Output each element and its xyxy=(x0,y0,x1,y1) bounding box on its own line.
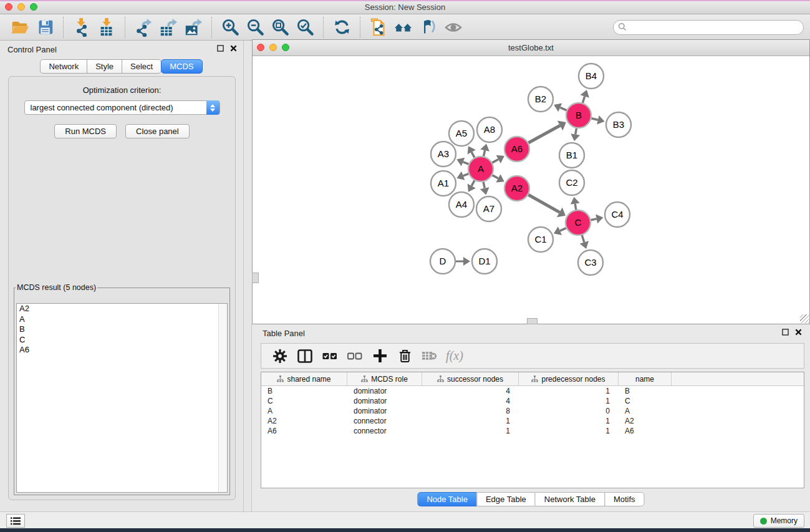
graph-edge[interactable] xyxy=(560,228,566,231)
graph-node-label: A6 xyxy=(511,143,523,154)
graph-edge-arrowhead xyxy=(595,215,603,224)
graph-edge[interactable] xyxy=(471,152,475,158)
table-body: Bdominator41BCdominator41CAdominator80AA… xyxy=(261,386,804,436)
graph-edge[interactable] xyxy=(492,159,498,162)
graph-edge-arrowhead xyxy=(480,187,489,195)
save-session-icon[interactable] xyxy=(34,17,55,38)
delete-column-trash-icon[interactable] xyxy=(392,347,417,365)
table-row[interactable]: Cdominator41C xyxy=(261,396,804,406)
graph-edge[interactable] xyxy=(528,125,560,143)
new-network-from-selection-icon[interactable] xyxy=(368,17,389,38)
table-row[interactable]: Adominator80A xyxy=(261,406,804,416)
table-cell: dominator xyxy=(347,397,422,405)
zoom-out-icon[interactable] xyxy=(244,17,266,38)
column-header-predecessor-nodes[interactable]: predecessor nodes xyxy=(519,372,619,385)
close-panel-icon[interactable] xyxy=(230,45,237,52)
network-canvas[interactable]: B4B2BB3A5A8A6A3B1AA1C2A2A4A7C4CC1C3DD1 xyxy=(253,56,809,324)
graph-edge[interactable] xyxy=(560,107,566,110)
first-neighbors-icon[interactable] xyxy=(393,17,414,38)
close-panel-button[interactable]: Close panel xyxy=(125,124,190,138)
tab-mcds[interactable]: MCDS xyxy=(161,59,202,74)
graph-edge[interactable] xyxy=(591,118,597,120)
table-cell: connector xyxy=(347,417,422,425)
table-cell: C xyxy=(619,397,672,405)
graph-edge[interactable] xyxy=(493,175,498,178)
select-all-icon[interactable] xyxy=(317,347,342,365)
graph-edge[interactable] xyxy=(463,162,469,165)
mcds-result-item[interactable]: A2 xyxy=(17,304,227,314)
attribute-type-icon xyxy=(437,375,444,382)
graph-edge[interactable] xyxy=(576,128,577,135)
tab-network-table[interactable]: Network Table xyxy=(535,492,605,506)
export-table-icon[interactable] xyxy=(158,17,179,38)
tab-network[interactable]: Network xyxy=(40,59,87,74)
graph-edge[interactable] xyxy=(484,150,485,156)
table-cell: dominator xyxy=(347,387,422,395)
mcds-result-item[interactable]: B xyxy=(17,324,227,335)
function-builder-icon: f(x) xyxy=(442,347,467,365)
result-list-scrollbar[interactable] xyxy=(218,304,227,492)
table-cell: A6 xyxy=(619,427,672,435)
bottom-panel-grip[interactable] xyxy=(527,318,538,324)
criterion-dropdown-value: largest connected component (directed) xyxy=(25,103,173,112)
attribute-type-icon xyxy=(531,375,538,382)
table-row[interactable]: A2connector11A2 xyxy=(261,416,804,426)
graph-node-label: B3 xyxy=(613,119,624,130)
run-mcds-button[interactable]: Run MCDS xyxy=(54,124,117,138)
export-network-icon[interactable] xyxy=(133,17,154,38)
import-network-icon[interactable] xyxy=(71,17,92,38)
hide-graphics-details-eye-icon[interactable] xyxy=(443,17,464,38)
tab-select[interactable]: Select xyxy=(122,59,162,74)
column-header-shared-name[interactable]: shared name xyxy=(261,372,347,385)
control-panel-tabs: NetworkStyleSelectMCDS xyxy=(0,59,243,74)
table-row[interactable]: A6connector11A6 xyxy=(261,426,804,436)
column-header-MCDS-role[interactable]: MCDS role xyxy=(347,372,422,385)
tab-style[interactable]: Style xyxy=(87,59,122,74)
tab-edge-table[interactable]: Edge Table xyxy=(476,492,536,506)
zoom-in-icon[interactable] xyxy=(219,17,241,38)
show-graphics-details-icon[interactable] xyxy=(418,17,439,38)
close-table-panel-icon[interactable] xyxy=(795,329,802,336)
deselect-all-icon[interactable] xyxy=(342,347,367,365)
zoom-fit-icon[interactable] xyxy=(269,17,291,38)
table-cell: dominator xyxy=(347,407,422,415)
mcds-result-item[interactable]: C xyxy=(17,335,227,346)
table-cell: C xyxy=(261,397,347,405)
column-header-successor-nodes[interactable]: successor nodes xyxy=(422,372,519,385)
mcds-result-item[interactable]: A6 xyxy=(17,345,227,355)
import-table-icon[interactable] xyxy=(96,17,117,38)
network-window-title: testGlobe.txt xyxy=(253,43,809,52)
float-table-panel-icon[interactable] xyxy=(782,329,789,336)
table-row[interactable]: Bdominator41B xyxy=(261,386,804,396)
table-cell: A xyxy=(261,407,347,415)
graph-node-label: A2 xyxy=(511,183,523,193)
tab-motifs[interactable]: Motifs xyxy=(604,492,645,506)
graph-edge[interactable] xyxy=(591,219,597,220)
graph-edge[interactable] xyxy=(575,204,576,210)
refresh-layout-icon[interactable] xyxy=(331,17,352,38)
criterion-dropdown[interactable]: largest connected component (directed) xyxy=(24,100,220,115)
graph-edge[interactable] xyxy=(582,96,584,103)
mcds-result-list[interactable]: A2ABCA6 xyxy=(16,303,228,493)
search-input[interactable] xyxy=(613,20,804,35)
tab-node-table[interactable]: Node Table xyxy=(417,492,477,506)
zoom-selected-icon[interactable] xyxy=(294,17,316,38)
graph-edge[interactable] xyxy=(463,174,469,176)
mcds-result-item[interactable]: A xyxy=(17,314,227,325)
graph-edge[interactable] xyxy=(582,235,584,243)
window-resize-grip[interactable] xyxy=(800,314,809,323)
open-session-icon[interactable] xyxy=(9,17,31,38)
show-panels-list-button[interactable] xyxy=(6,514,25,528)
column-header-name[interactable]: name xyxy=(619,372,672,385)
memory-button[interactable]: Memory xyxy=(753,514,804,528)
export-image-icon[interactable] xyxy=(183,17,204,38)
graph-edge[interactable] xyxy=(528,195,559,212)
table-settings-gear-icon[interactable] xyxy=(268,347,292,365)
column-visibility-icon[interactable] xyxy=(292,347,317,365)
graph-edge[interactable] xyxy=(471,180,475,186)
float-panel-icon[interactable] xyxy=(217,45,224,52)
app-titlebar: Session: New Session xyxy=(0,0,810,14)
graph-edge[interactable] xyxy=(483,182,485,188)
left-panel-grip[interactable] xyxy=(252,273,259,283)
add-column-icon[interactable] xyxy=(367,347,392,365)
